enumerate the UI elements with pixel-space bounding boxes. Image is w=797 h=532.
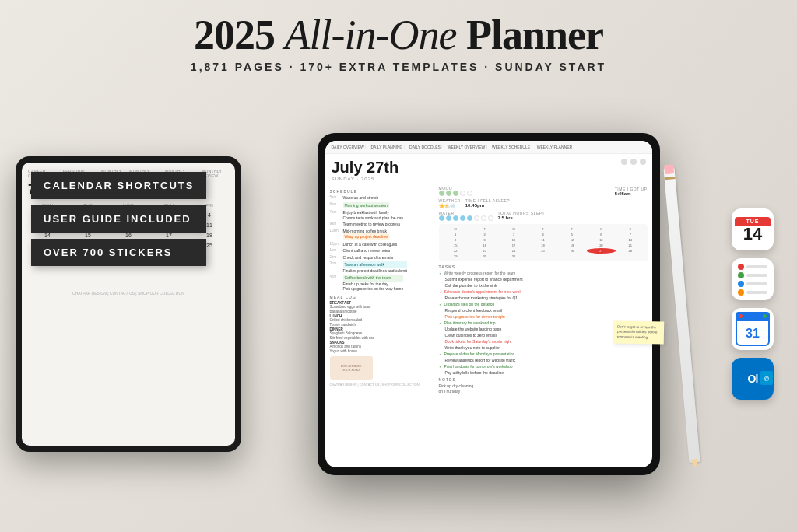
control-dot-3 xyxy=(640,159,646,165)
task-item: Write thank-you note to supplier xyxy=(439,345,648,350)
badge-user-guide: USER GUIDE INCLUDED xyxy=(31,205,206,233)
main-tablet-screen: DAILY OVERVIEW DAILY PLANNING DAILY DOOD… xyxy=(325,141,652,467)
tasks-label: TASKS xyxy=(439,264,648,269)
feature-badges: CALENDAR SHORTCUTS USER GUIDE INCLUDED O… xyxy=(31,172,206,266)
footer-brand-main: CHATPAR DESIGN | CONTACT US | SHOP OUR C… xyxy=(330,383,429,387)
mood-dots xyxy=(439,191,472,196)
meal-dinner-2: Stir-fried vegetables with rice xyxy=(330,336,429,340)
main-title: 2025 All-in-One Planner xyxy=(191,14,606,56)
schedule-item: 3pm Take an afternoon walk Finalize proj… xyxy=(330,261,429,273)
task-item: ✓Schedule doctor's appointment for next … xyxy=(439,289,648,294)
pencil-band xyxy=(664,177,675,180)
outlook-app-icon[interactable]: Ol @ xyxy=(732,358,774,400)
task-item: ✓Prepare slides for Monday's presentatio… xyxy=(439,352,648,356)
trackers-row: WEATHER ☀️🌤️🌧️ TIME I FELL ASLEEP 10:45p… xyxy=(439,198,648,208)
meal-dinner: Spaghetti Bolognese xyxy=(330,331,429,335)
notes-label: NOTES xyxy=(439,377,648,382)
center-tablet-area: DAILY OVERVIEW DAILY PLANNING DAILY DOOD… xyxy=(265,125,712,483)
subtitle: 1,871 PAGES · 170+ EXTRA TEMPLATES · SUN… xyxy=(191,61,606,73)
calendar-date-num: 14 xyxy=(743,226,762,243)
schedule-column: SCHEDULE 5am Wake up and stretch 6am Mor… xyxy=(325,183,434,463)
schedule-item: 2pm Check and respond to emails xyxy=(330,255,429,261)
task-item: Pay utility bills before the deadline xyxy=(439,370,648,375)
reminders-app-icon[interactable] xyxy=(732,258,774,300)
calendar-app-icon[interactable]: TUE 14 xyxy=(732,208,774,250)
task-item: Call the plumber to fix the sink xyxy=(439,283,648,288)
meal-breakfast: Scrambled eggs with toast xyxy=(330,305,429,309)
gcal-number: 31 xyxy=(746,327,760,341)
reminder-dot-green xyxy=(738,272,744,278)
meal-label: MEAL LOG xyxy=(330,295,429,299)
tablet-day: SUNDAY · 2025 xyxy=(332,177,399,181)
task-item: Pick up groceries for dinner tonight xyxy=(439,314,648,319)
task-item: Research new marketing strategies for Q1 xyxy=(439,296,648,300)
header: 2025 All-in-One Planner 1,871 PAGES · 17… xyxy=(191,0,606,73)
meal-lunch: Grilled chicken salad xyxy=(330,318,429,322)
mini-calendar: M T W T F S S 1 2 3 xyxy=(439,224,648,261)
schedule-item: 7am Enjoy breakfast with family Commute … xyxy=(330,210,429,220)
schedule-item: 6am Morning workout session xyxy=(330,202,429,209)
reminder-dot-blue xyxy=(738,281,744,287)
task-item: Submit expense report to finance departm… xyxy=(439,277,648,282)
reminder-dot-orange xyxy=(738,289,744,296)
left-tablet-area: CAREER CALENDAR PERSONAL CALENDAR MONTHL… xyxy=(16,133,257,475)
meal-breakfast-2: Banana smoothie xyxy=(330,310,429,313)
control-dot-2 xyxy=(630,159,637,165)
content-row: CAREER CALENDAR PERSONAL CALENDAR MONTHL… xyxy=(0,76,797,532)
schedule-item: 5am Wake up and stretch xyxy=(330,195,429,201)
main-container: 2025 All-in-One Planner 1,871 PAGES · 17… xyxy=(0,0,797,532)
meal-snacks-2: Yogurt with honey xyxy=(330,349,429,353)
title-end: Planner xyxy=(456,12,603,58)
app-icons-column: TUE 14 xyxy=(732,208,774,400)
google-calendar-icon[interactable]: 31 xyxy=(732,308,774,350)
footer-brand-left: CHATPAR DESIGN | CONTACT US | SHOP OUR C… xyxy=(28,291,229,296)
badge-calendar: CALENDAR SHORTCUTS xyxy=(31,172,206,199)
tablet-date-header: July 27th SUNDAY · 2025 xyxy=(325,154,652,183)
schedule-item: 9am Team meeting to review progress xyxy=(330,222,429,227)
time-got-up: 5:05am xyxy=(615,191,648,196)
notes-text: Pick up dry cleaningon Thursday xyxy=(439,383,648,394)
schedule-item: 4pm Coffee break with the team Finish up… xyxy=(330,275,429,292)
task-item: ✓Print handouts for tomorrow's workshop xyxy=(439,364,648,369)
task-item: Review analytics report for website traf… xyxy=(439,358,648,362)
main-tablet: DAILY OVERVIEW DAILY PLANNING DAILY DOOD… xyxy=(318,133,660,475)
meal-snacks: Almonds and raisins xyxy=(330,345,429,348)
sticky-note: Don't forget to review the presentation … xyxy=(613,320,663,344)
tablet-date: July 27th xyxy=(332,159,399,177)
pencil-eraser xyxy=(664,164,674,174)
quote-widget: YOU JOURNEYYOUR ROAD xyxy=(330,356,373,380)
tablet-controls xyxy=(621,159,646,165)
stylus-pencil xyxy=(663,167,700,463)
schedule-item: 1pm Client call and review notes xyxy=(330,248,429,254)
water-sleep-row: WATER xyxy=(439,211,648,221)
title-italic: All-in-One xyxy=(285,12,457,58)
reminder-dot-red xyxy=(738,264,744,270)
task-item: ✓Organize files on the desktop xyxy=(439,302,648,306)
task-item: ✓Write weekly progress report for the te… xyxy=(439,271,648,275)
tablet-nav: DAILY OVERVIEW DAILY PLANNING DAILY DOOD… xyxy=(325,141,652,154)
total-sleep: 7.5 hrs xyxy=(498,215,546,220)
task-item: Respond to client feedback email xyxy=(439,308,648,313)
schedule-item: 10am Mid-morning coffee break Wrap up pr… xyxy=(330,229,429,240)
schedule-label: SCHEDULE xyxy=(330,189,429,194)
control-dot-1 xyxy=(621,159,627,165)
meal-lunch-2: Turkey sandwich xyxy=(330,323,429,327)
time-fell-asleep: 10:45pm xyxy=(465,203,510,208)
title-year: 2025 xyxy=(194,12,285,58)
schedule-item: 12pm Lunch at a cafe with colleagues xyxy=(330,242,429,247)
tablet-body: SCHEDULE 5am Wake up and stretch 6am Mor… xyxy=(325,183,652,463)
badge-stickers: OVER 700 STICKERS xyxy=(31,239,206,266)
mood-row: MOOD xyxy=(439,186,648,196)
